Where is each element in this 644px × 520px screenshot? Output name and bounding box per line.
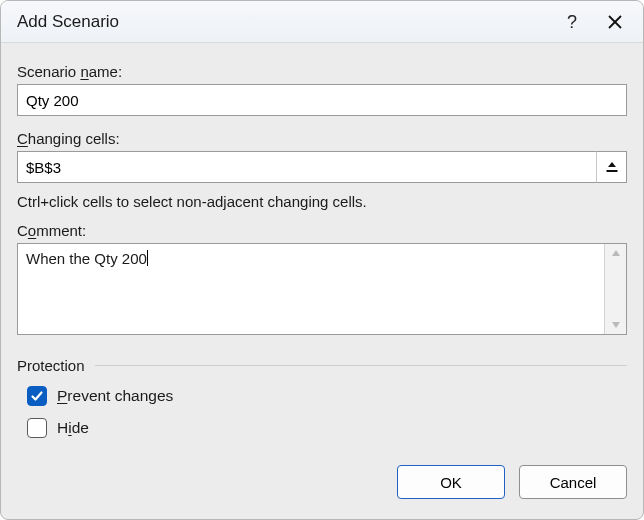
dialog-title: Add Scenario (17, 12, 119, 32)
collapse-dialog-button[interactable] (597, 151, 627, 183)
add-scenario-dialog: Add Scenario ? Scenario name: Changing c… (0, 0, 644, 520)
collapse-icon (604, 159, 620, 175)
changing-cells-hint: Ctrl+click cells to select non-adjacent … (17, 193, 627, 210)
hide-checkbox[interactable] (27, 418, 47, 438)
help-icon: ? (564, 12, 578, 32)
divider (95, 365, 627, 366)
scroll-down-icon (610, 320, 622, 330)
dialog-footer: OK Cancel (1, 455, 643, 519)
prevent-changes-checkbox[interactable] (27, 386, 47, 406)
protection-header: Protection (17, 357, 627, 374)
changing-cells-input[interactable] (17, 151, 597, 183)
svg-rect-3 (606, 170, 617, 172)
titlebar: Add Scenario ? (1, 1, 643, 43)
scenario-name-input[interactable] (17, 84, 627, 116)
comment-field-wrap: When the Qty 200 (17, 243, 627, 335)
dialog-body: Scenario name: Changing cells: Ctrl+clic… (1, 43, 643, 455)
prevent-changes-row[interactable]: Prevent changes (27, 386, 627, 406)
scenario-name-label: Scenario name: (17, 63, 627, 80)
comment-scrollbar[interactable] (604, 244, 626, 334)
hide-label: Hide (57, 419, 89, 437)
checkmark-icon (30, 389, 44, 403)
comment-textarea[interactable]: When the Qty 200 (18, 244, 604, 334)
help-button[interactable]: ? (549, 3, 593, 41)
changing-cells-row (17, 151, 627, 183)
svg-text:?: ? (567, 12, 577, 32)
comment-label: Comment: (17, 222, 627, 239)
hide-row[interactable]: Hide (27, 418, 627, 438)
changing-cells-label: Changing cells: (17, 130, 627, 147)
prevent-changes-label: Prevent changes (57, 387, 173, 405)
scroll-up-icon (610, 248, 622, 258)
ok-button[interactable]: OK (397, 465, 505, 499)
close-icon (607, 14, 623, 30)
protection-header-label: Protection (17, 357, 85, 374)
close-button[interactable] (593, 3, 637, 41)
cancel-button[interactable]: Cancel (519, 465, 627, 499)
